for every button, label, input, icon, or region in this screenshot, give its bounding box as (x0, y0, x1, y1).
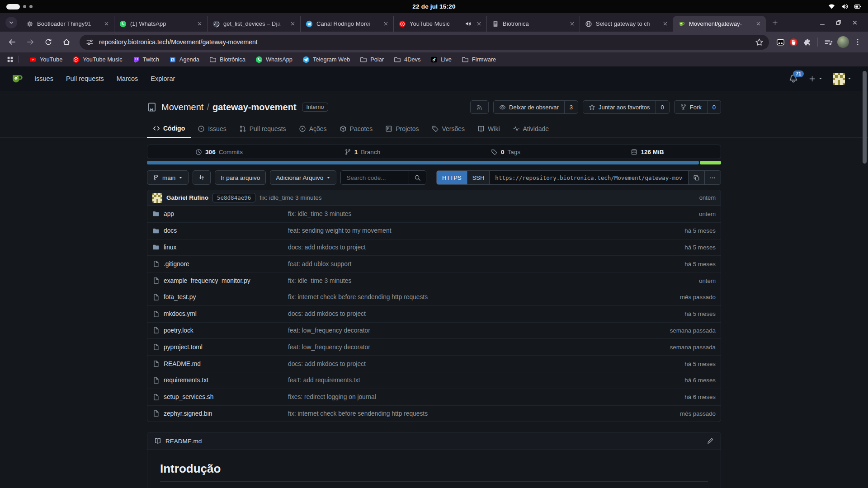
notifications-button[interactable]: 71 (788, 74, 798, 84)
close-window-button[interactable] (848, 16, 862, 29)
minimize-button[interactable] (816, 16, 829, 29)
repo-stat-database[interactable]: 126 MiB (577, 149, 721, 155)
user-menu[interactable] (833, 73, 852, 85)
tab-close-icon[interactable] (196, 20, 203, 28)
restore-button[interactable] (832, 16, 845, 29)
new-tab-button[interactable] (769, 16, 781, 29)
file-commit-message-link[interactable]: fix: idle_time 3 minutes (288, 211, 634, 217)
repo-tab-wiki[interactable]: Wiki (472, 121, 505, 137)
repo-stat-tag[interactable]: 0 Tags (434, 149, 577, 155)
browser-tab[interactable]: Canal Rodrigo Morei (300, 16, 393, 32)
file-commit-message-link[interactable]: feat: sending weight to my movement (288, 227, 634, 234)
file-name-link[interactable]: example_frequency_monitor.py (152, 277, 288, 284)
tab-close-icon[interactable] (755, 20, 762, 28)
file-commit-message-link[interactable]: feaT: add requirements.txt (288, 377, 634, 384)
file-name-link[interactable]: fota_test.py (152, 294, 288, 301)
browser-tab[interactable]: Movement/gateway- (673, 16, 766, 32)
fork-count[interactable]: 0 (707, 101, 721, 113)
repo-tab-code[interactable]: Código (147, 121, 191, 138)
clone-https-button[interactable]: HTTPS (437, 171, 467, 184)
language-segment-python[interactable] (147, 161, 699, 164)
create-new-menu[interactable] (808, 75, 823, 83)
star-count[interactable]: 0 (656, 101, 669, 113)
file-name-link[interactable]: docs (152, 227, 288, 235)
bookmark-item[interactable]: Telegram Web (298, 55, 354, 65)
repo-tab-package[interactable]: Pacotes (334, 121, 379, 137)
repo-stat-clock[interactable]: 306 Commits (147, 149, 291, 155)
watch-button[interactable]: Deixar de observar (494, 101, 564, 113)
file-name-link[interactable]: requirements.txt (152, 377, 288, 384)
workspace-indicator[interactable] (6, 4, 124, 9)
devtools-extension-icon[interactable] (776, 38, 785, 47)
repo-owner-link[interactable]: Movement (161, 102, 203, 113)
star-button[interactable]: Juntar aos favoritos (583, 101, 655, 113)
bookmark-item[interactable]: 4Devs (390, 55, 425, 65)
bookmark-item[interactable]: Twitch (128, 55, 163, 65)
bookmark-star-icon[interactable] (755, 38, 764, 47)
back-button[interactable] (5, 34, 20, 50)
file-name-link[interactable]: setup_services.sh (152, 394, 288, 401)
bookmark-item[interactable]: Live (426, 55, 455, 65)
more-options-button[interactable] (704, 171, 721, 184)
bookmark-item[interactable]: Agenda (165, 55, 203, 65)
browser-tab[interactable]: Biotronica (486, 16, 580, 32)
file-commit-message-link[interactable]: docs: add mkdocs to project (288, 361, 634, 367)
tab-close-icon[interactable] (103, 20, 110, 28)
browser-tab[interactable]: Bootloader Thingy91 (21, 16, 114, 32)
file-name-link[interactable]: app (152, 210, 288, 217)
fork-button[interactable]: Fork (675, 101, 707, 113)
repo-tab-actions[interactable]: Ações (293, 121, 333, 137)
watch-count[interactable]: 3 (564, 101, 578, 113)
file-name-link[interactable]: README.md (152, 360, 288, 367)
browser-tab[interactable]: YouTube Music (393, 16, 486, 32)
compare-button[interactable] (193, 170, 211, 185)
bookmark-item[interactable]: Polar (356, 55, 388, 65)
volume-icon[interactable] (841, 3, 849, 10)
browser-tab[interactable]: get_list_devices – Dja (207, 16, 300, 32)
site-settings-icon[interactable] (86, 38, 94, 46)
commit-hash-link[interactable]: 5e8d84ae96 (212, 193, 255, 202)
repo-tab-pr[interactable]: Pull requests (233, 121, 292, 137)
extensions-puzzle-icon[interactable] (802, 38, 811, 47)
file-name-link[interactable]: mkdocs.yml (152, 310, 288, 318)
tab-close-icon[interactable] (475, 20, 483, 28)
browser-tab[interactable]: (1) WhatsApp (114, 16, 207, 32)
file-commit-message-link[interactable]: feat: low_frequency decorator (288, 327, 634, 334)
file-commit-message-link[interactable]: feat: add ublox support (288, 261, 634, 267)
commit-message-link[interactable]: fix: idle_time 3 minutes (259, 194, 321, 201)
gitea-nav-item-explorar[interactable]: Explorar (151, 75, 175, 82)
go-to-file-button[interactable]: Ir para arquivo (215, 170, 266, 185)
file-name-link[interactable]: linux (152, 244, 288, 251)
bookmark-item[interactable]: Biotrônica (205, 55, 250, 65)
edit-readme-icon[interactable] (707, 437, 714, 445)
battery-icon[interactable] (854, 3, 862, 10)
tab-audio-icon[interactable] (465, 20, 472, 27)
file-name-link[interactable]: poetry.lock (152, 327, 288, 334)
reload-button[interactable] (41, 34, 56, 50)
commit-author-link[interactable]: Gabriel Rufino (166, 194, 208, 201)
file-commit-message-link[interactable]: fix: internet check before sendending ht… (288, 294, 634, 300)
url-text[interactable]: repository.biotronica.tech/Movement/gate… (99, 38, 750, 46)
repo-tab-issue[interactable]: Issues (192, 121, 232, 137)
file-commit-message-link[interactable]: fixes: redirect logging on journal (288, 394, 634, 400)
copy-url-button[interactable] (688, 171, 704, 184)
browser-menu-icon[interactable] (854, 38, 862, 46)
repo-name-link[interactable]: gateway-movement (212, 102, 297, 113)
repo-tab-tag[interactable]: Versões (426, 121, 471, 137)
system-clock[interactable]: 22 de jul 15:20 (124, 3, 744, 10)
file-commit-message-link[interactable]: fix: idle_time 3 minutes (288, 277, 634, 284)
clone-ssh-button[interactable]: SSH (467, 171, 490, 184)
apps-grid-icon[interactable] (6, 56, 14, 63)
code-search-input[interactable] (341, 171, 409, 184)
file-commit-message-link[interactable]: docs: add mkdocs to project (288, 310, 634, 317)
tab-search-button[interactable] (5, 17, 17, 28)
commit-author-avatar[interactable] (152, 193, 162, 203)
tab-close-icon[interactable] (382, 20, 390, 28)
clone-url-input[interactable] (489, 171, 688, 184)
network-icon[interactable] (828, 3, 835, 10)
tab-close-icon[interactable] (568, 20, 576, 28)
home-button[interactable] (59, 34, 74, 50)
gitea-nav-item-issues[interactable]: Issues (34, 75, 53, 82)
adblock-extension-icon[interactable] (789, 38, 798, 47)
bookmark-item[interactable]: Firmware (458, 55, 500, 65)
